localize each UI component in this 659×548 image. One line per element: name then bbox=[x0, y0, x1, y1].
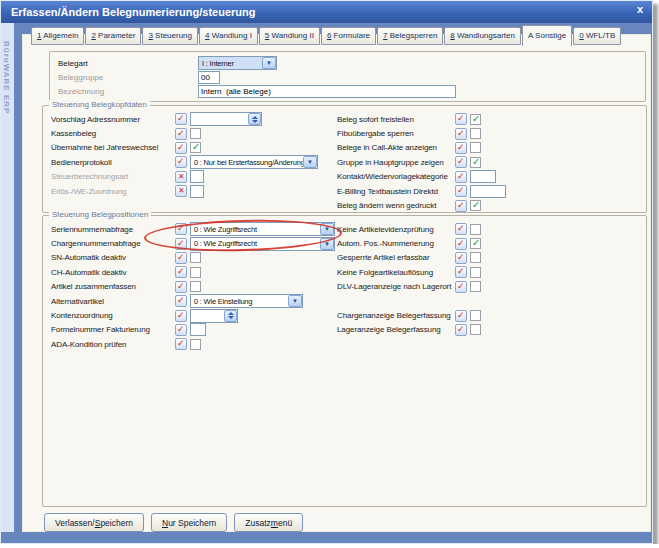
chargennummernabfrage-select[interactable]: 0 : Wie Zugriffsrecht bbox=[190, 237, 335, 251]
keine-folgeartikelaufloesung-checkbox[interactable] bbox=[470, 267, 481, 278]
kontenzuordnung-input[interactable] bbox=[190, 309, 238, 323]
chevron-down-icon[interactable] bbox=[303, 156, 317, 168]
tab-sonstige-active[interactable]: A Sonstige bbox=[522, 25, 572, 46]
field-label: ADA-Kondition prüfen bbox=[51, 340, 175, 349]
kassenbeleg-checkbox[interactable] bbox=[190, 128, 201, 139]
spinner-icon[interactable] bbox=[224, 310, 237, 322]
field-attribute-check-icon[interactable] bbox=[175, 252, 187, 264]
field-attribute-check-icon[interactable] bbox=[455, 142, 467, 154]
erp-dialog-window: Erfassen/Ändern Belegnumerierung/steueru… bbox=[0, 0, 653, 544]
alternativartikel-select[interactable]: 0 : Wie Einstellung bbox=[190, 294, 303, 308]
tab-belegsperren[interactable]: 7 Belegsperren bbox=[377, 27, 443, 45]
tab-steuerung[interactable]: 3 Steuerung bbox=[142, 27, 198, 45]
field-label: Vorschlag Adressnummer bbox=[51, 115, 175, 124]
nur-speichern-button[interactable]: Nur Speichern bbox=[151, 513, 227, 532]
field-attribute-check-icon[interactable] bbox=[455, 310, 467, 322]
field-attribute-check-icon[interactable] bbox=[175, 238, 187, 250]
field-attribute-check-icon[interactable] bbox=[455, 223, 467, 235]
tab-parameter[interactable]: 2 Parameter bbox=[85, 27, 141, 45]
spinner-icon[interactable] bbox=[248, 113, 261, 125]
tab-allgemein[interactable]: 1 Allgemein bbox=[31, 27, 84, 45]
uebernahme-jahreswechsel-checkbox[interactable] bbox=[190, 142, 201, 153]
artikel-zusammenfassen-checkbox[interactable] bbox=[190, 281, 201, 292]
spacer-row bbox=[337, 294, 643, 308]
lageranzeige-belegerfassung-checkbox[interactable] bbox=[470, 324, 481, 335]
field-attribute-check-icon[interactable] bbox=[175, 324, 187, 336]
belegart-select[interactable]: I : Interner bbox=[198, 56, 277, 70]
zusatzmenu-button[interactable]: Zusatzmenü bbox=[234, 513, 303, 532]
erloes-we-zuordnung-input bbox=[190, 185, 204, 198]
formelnummer-fakturierung-input[interactable] bbox=[190, 323, 206, 336]
field-label: Keine Folgeartikelauflösung bbox=[337, 268, 455, 277]
field-attribute-check-icon[interactable] bbox=[455, 324, 467, 336]
close-icon[interactable]: x bbox=[637, 3, 643, 15]
tab-formulare[interactable]: 6 Formulare bbox=[321, 27, 376, 45]
kopf-right-column: Beleg sofort freistellen Fibuübergabe sp… bbox=[337, 112, 643, 213]
ch-automatik-deaktiv-checkbox[interactable] bbox=[190, 267, 201, 278]
form-row: Bedienerprotokoll 0 : Nur bei Ersterfass… bbox=[51, 155, 339, 169]
field-attribute-check-icon[interactable] bbox=[175, 266, 187, 278]
field-attribute-check-icon[interactable] bbox=[175, 338, 187, 350]
tab-wandlung-2[interactable]: 5 Wandlung II bbox=[259, 27, 320, 45]
tab-wandlungsarten[interactable]: 8 Wandlungsarten bbox=[444, 27, 521, 45]
field-attribute-check-icon[interactable] bbox=[175, 281, 187, 293]
bezeichnung-input[interactable] bbox=[198, 85, 456, 98]
beleg-sofort-freistellen-checkbox[interactable] bbox=[470, 114, 481, 125]
button-label: ur Speichern bbox=[168, 518, 216, 528]
beleg-aendern-gedruckt-checkbox[interactable] bbox=[470, 200, 481, 211]
chevron-down-icon[interactable] bbox=[262, 57, 276, 69]
form-row: Kontenzuordnung bbox=[51, 308, 339, 322]
field-attribute-check-icon[interactable] bbox=[455, 252, 467, 264]
chargenanzeige-belegerfassung-checkbox[interactable] bbox=[470, 310, 481, 321]
dlv-lageranzeige-checkbox[interactable] bbox=[470, 281, 481, 292]
field-label: SN-Automatik deaktiv bbox=[51, 253, 175, 262]
field-attribute-check-icon[interactable] bbox=[175, 223, 187, 235]
field-attribute-check-icon[interactable] bbox=[175, 295, 187, 307]
beleggruppe-input[interactable] bbox=[198, 71, 220, 84]
ada-kondition-pruefen-checkbox[interactable] bbox=[190, 339, 201, 350]
form-row: SN-Automatik deaktiv bbox=[51, 251, 339, 265]
verlassen-speichern-button[interactable]: Verlassen/Speichern bbox=[44, 513, 144, 532]
field-attribute-check-icon[interactable] bbox=[455, 200, 467, 212]
ebilling-textbaustein-input[interactable] bbox=[470, 185, 506, 198]
field-attribute-check-icon[interactable] bbox=[455, 128, 467, 140]
field-attribute-check-icon[interactable] bbox=[455, 185, 467, 197]
keine-artikelevidenzpruefung-checkbox[interactable] bbox=[470, 224, 481, 235]
tab-label: Parameter bbox=[96, 31, 136, 40]
form-row: Lageranzeige Belegerfassung bbox=[337, 323, 643, 337]
field-attribute-check-icon[interactable] bbox=[175, 156, 187, 168]
tab-wfl-tb[interactable]: 0 WFL/TB bbox=[573, 27, 621, 45]
gruppe-hauptgruppe-checkbox[interactable] bbox=[470, 157, 481, 168]
field-attribute-check-icon[interactable] bbox=[175, 128, 187, 140]
field-attribute-check-icon[interactable] bbox=[455, 171, 467, 183]
form-row: Vorschlag Adressnummer bbox=[51, 112, 339, 126]
chevron-down-icon[interactable] bbox=[320, 223, 334, 235]
field-attribute-check-icon[interactable] bbox=[175, 142, 187, 154]
field-attribute-x-icon[interactable] bbox=[175, 171, 187, 183]
field-attribute-check-icon[interactable] bbox=[455, 238, 467, 250]
autom-pos-nummerierung-checkbox[interactable] bbox=[470, 238, 481, 249]
fibuuebergabe-sperren-checkbox[interactable] bbox=[470, 128, 481, 139]
tab-wandlung-1[interactable]: 4 Wandlung I bbox=[199, 27, 258, 45]
seriennummernabfrage-select[interactable]: 0 : Wie Zugriffsrecht bbox=[190, 222, 335, 236]
bedienerprotokoll-select[interactable]: 0 : Nur bei Ersterfassung/Änderung bbox=[190, 155, 318, 169]
vorschlag-adressnummer-input[interactable] bbox=[190, 112, 262, 126]
field-attribute-check-icon[interactable] bbox=[175, 310, 187, 322]
brand-strip: BüroWARE ERP bbox=[1, 23, 14, 532]
field-label: Belege in Call-Akte anzeigen bbox=[337, 143, 455, 152]
group-general: Belegart I : Interner Beleggruppe Bezeic… bbox=[49, 51, 646, 102]
field-attribute-check-icon[interactable] bbox=[175, 113, 187, 125]
kontakt-wiedervorlagekategorie-input[interactable] bbox=[470, 170, 496, 183]
field-attribute-check-icon[interactable] bbox=[455, 113, 467, 125]
field-attribute-check-icon[interactable] bbox=[455, 156, 467, 168]
field-attribute-check-icon[interactable] bbox=[455, 266, 467, 278]
form-row: Formelnummer Fakturierung bbox=[51, 323, 339, 337]
gesperrte-artikel-erfassbar-checkbox[interactable] bbox=[470, 252, 481, 263]
tab-label: WFL/TB bbox=[584, 31, 616, 40]
chevron-down-icon[interactable] bbox=[320, 238, 334, 250]
chevron-down-icon[interactable] bbox=[288, 295, 302, 307]
belege-call-akte-checkbox[interactable] bbox=[470, 142, 481, 153]
field-attribute-x-icon[interactable] bbox=[175, 185, 187, 197]
field-attribute-check-icon[interactable] bbox=[455, 281, 467, 293]
sn-automatik-deaktiv-checkbox[interactable] bbox=[190, 252, 201, 263]
